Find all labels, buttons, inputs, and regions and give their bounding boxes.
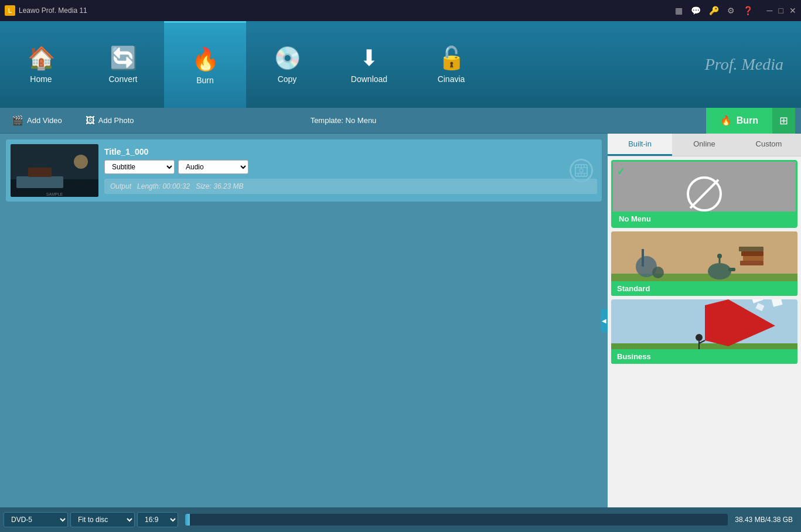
add-photo-icon: 🖼 [86,115,95,126]
template-no-menu[interactable]: ✓ No Menu [611,160,797,228]
video-thumbnail: SAMPLE [11,144,98,197]
nav-copy[interactable]: 💿 Copy [246,21,328,108]
add-photo-button[interactable]: 🖼 Add Photo [80,113,140,128]
template-no-menu-label: No Menu [613,212,796,226]
grid-icon: ⊞ [779,114,788,127]
burn-button-group: 🔥 Burn ⊞ [706,108,795,134]
no-symbol [687,176,722,212]
panel-tabs: Built-in Online Custom [608,134,801,156]
app-logo: L [5,5,15,16]
settings-film-icon [574,163,588,178]
svg-point-20 [652,267,664,278]
key-icon[interactable]: 🔑 [709,6,719,15]
minimize-button[interactable]: ─ [767,6,773,15]
navbar: 🏠 Home 🔄 Convert 🔥 Burn 💿 Copy ⬇ Downloa… [0,21,801,108]
burn-icon: 🔥 [192,46,219,72]
video-controls: Subtitle Audio [104,160,597,174]
titlebar: L Leawo Prof. Media 11 ▦ 💬 🔑 ⚙ ❓ ─ □ ✕ [0,0,801,21]
fit-mode-select[interactable]: Fit to disc High quality Custom [70,512,135,527]
svg-point-25 [708,263,731,279]
template-standard-label: Standard [611,281,797,296]
svg-point-28 [717,254,722,258]
add-video-button[interactable]: 🎬 Add Video [6,112,68,128]
chat-icon[interactable]: 💬 [691,6,701,15]
svg-rect-26 [728,268,735,271]
template-standard[interactable]: Standard [611,231,797,296]
burn-main-button[interactable]: 🔥 Burn [706,108,772,134]
subtitle-select[interactable]: Subtitle [104,160,175,174]
tab-online[interactable]: Online [672,134,737,156]
main-toolbar: 🎬 Add Video 🖼 Add Photo Template: No Men… [0,108,801,134]
length-label: Length: [137,182,161,190]
video-list-area: SAMPLE Title_1_000 Subtitle Audio Output [0,134,608,507]
burn-label: Burn [737,115,758,126]
video-settings-button[interactable] [570,159,593,182]
nav-download[interactable]: ⬇ Download [328,21,410,108]
right-panel: ◀ Built-in Online Custom ✓ No Menu [608,134,801,507]
brand-logo: Prof. Media [705,55,783,74]
svg-rect-22 [743,256,763,261]
nav-download-label: Download [351,74,387,84]
burn-grid-button[interactable]: ⊞ [772,108,795,134]
video-info: Title_1_000 Subtitle Audio Output Length… [104,147,597,194]
convert-icon: 🔄 [110,45,137,71]
cinavia-icon: 🔓 [438,45,465,71]
svg-rect-23 [741,251,763,256]
svg-point-32 [696,334,703,341]
storage-progress-bar [185,514,728,526]
nav-burn[interactable]: 🔥 Burn [164,21,246,108]
titlebar-left: L Leawo Prof. Media 11 [5,5,87,16]
template-label: Template: No Menu [311,116,377,125]
window-controls: ─ □ ✕ [767,6,796,15]
burn-flame-icon: 🔥 [720,115,732,126]
nav-convert[interactable]: 🔄 Convert [82,21,164,108]
video-item: SAMPLE Title_1_000 Subtitle Audio Output [6,139,602,202]
size-label: Size: [196,182,212,190]
video-output-info: Output Length: 00:00:32 Size: 36.23 MB [104,179,597,194]
tab-builtin[interactable]: Built-in [608,134,672,156]
nav-home[interactable]: 🏠 Home [0,21,82,108]
svg-rect-24 [739,247,763,251]
svg-text:SAMPLE: SAMPLE [46,192,63,196]
template-indicator: Template: No Menu [311,116,377,125]
video-title: Title_1_000 [104,147,597,156]
home-icon: 🏠 [28,45,55,71]
copy-icon: 💿 [274,45,301,71]
maximize-button[interactable]: □ [779,6,783,15]
close-button[interactable]: ✕ [789,6,796,15]
nav-home-label: Home [30,74,52,84]
disc-type-select[interactable]: DVD-5 DVD-9 BD-25 BD-50 [4,512,68,527]
tab-custom[interactable]: Custom [737,134,801,156]
add-video-label: Add Video [27,116,62,125]
template-business-label: Business [611,349,797,364]
template-business[interactable]: Business [611,299,797,364]
bottombar: DVD-5 DVD-9 BD-25 BD-50 Fit to disc High… [0,507,801,532]
aspect-ratio-select[interactable]: 16:9 4:3 [137,512,178,527]
audio-select[interactable]: Audio [178,160,248,174]
svg-rect-19 [642,249,644,267]
templates-list: ✓ No Menu [608,156,801,507]
nav-cinavia[interactable]: 🔓 Cinavia [410,21,492,108]
length-value: 00:00:32 [162,182,190,190]
add-photo-label: Add Photo [98,116,134,125]
app-title: Leawo Prof. Media 11 [19,6,87,15]
collapse-handle[interactable]: ◀ [601,309,608,332]
amd-icon[interactable]: ▦ [675,6,683,15]
progress-bar-fill [185,514,190,526]
help-icon[interactable]: ❓ [743,6,753,15]
output-label: Output [110,182,131,190]
svg-point-15 [580,169,583,172]
selected-check-icon: ✓ [616,165,625,178]
settings-icon[interactable]: ⚙ [727,6,735,15]
add-video-icon: 🎬 [12,115,23,126]
size-value: 36.23 MB [213,182,243,190]
nav-cinavia-label: Cinavia [438,74,465,84]
svg-rect-21 [740,261,763,265]
nav-burn-label: Burn [196,76,214,85]
storage-usage-text: 38.43 MB/4.38 GB [735,516,793,524]
thumb-scene: SAMPLE [11,144,98,197]
download-icon: ⬇ [360,45,379,71]
titlebar-right: ▦ 💬 🔑 ⚙ ❓ ─ □ ✕ [675,6,796,15]
svg-rect-3 [28,168,52,177]
svg-rect-2 [16,176,63,188]
